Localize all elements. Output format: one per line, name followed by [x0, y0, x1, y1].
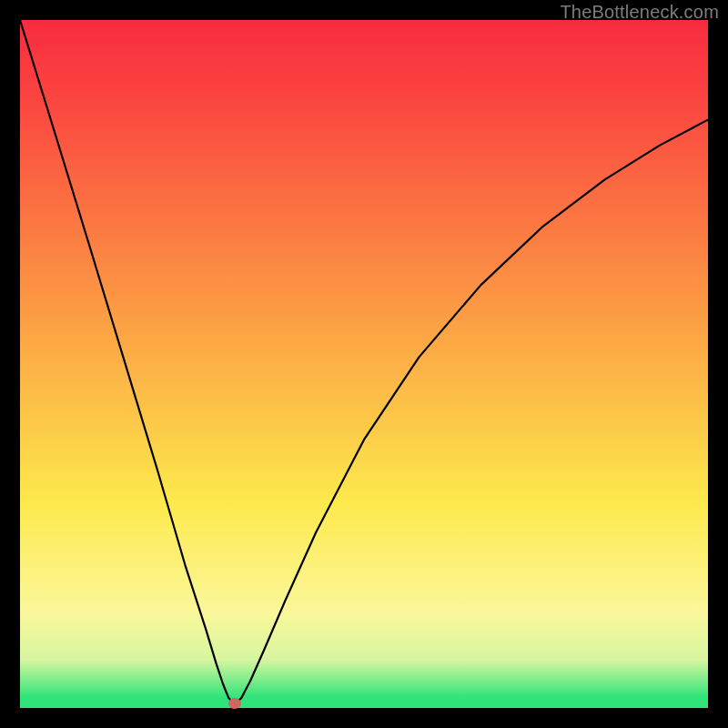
- optimum-marker: [228, 698, 241, 709]
- curve-svg: [20, 20, 708, 708]
- bottleneck-curve-path: [20, 20, 708, 704]
- chart-frame: TheBottleneck.com: [0, 0, 728, 728]
